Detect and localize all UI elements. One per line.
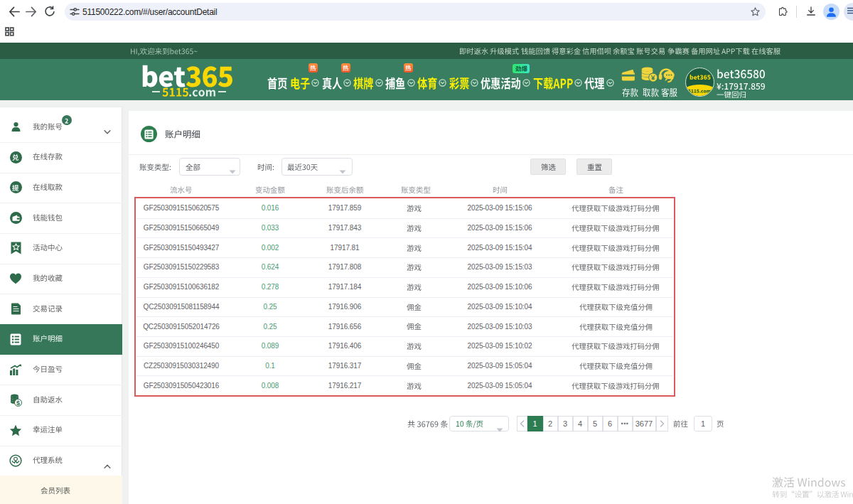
- svg-text:$: $: [16, 399, 19, 406]
